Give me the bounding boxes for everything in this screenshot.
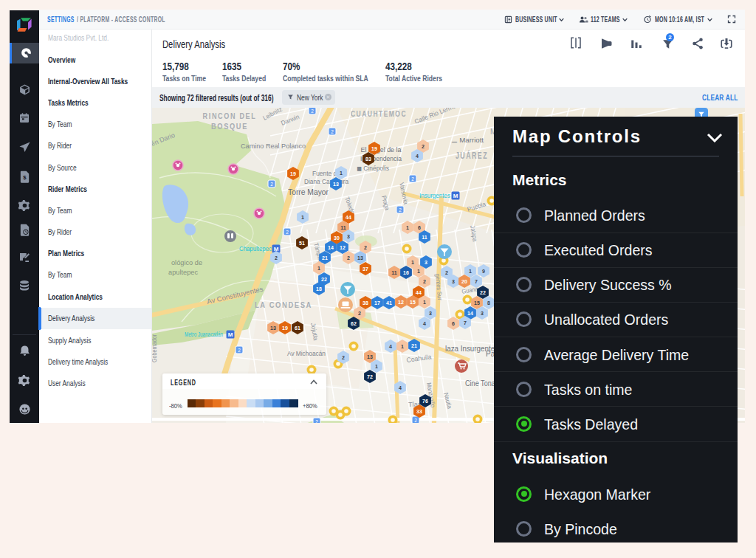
svg-text:1: 1 bbox=[417, 269, 420, 274]
svg-text:M: M bbox=[228, 331, 233, 338]
svg-text:76: 76 bbox=[422, 399, 428, 404]
svg-text:El Ángel de la: El Ángel de la bbox=[361, 146, 402, 154]
svg-text:2: 2 bbox=[315, 419, 318, 423]
svg-text:3: 3 bbox=[429, 311, 432, 316]
svg-text:4: 4 bbox=[416, 154, 419, 159]
svg-text:2: 2 bbox=[423, 279, 426, 284]
svg-text:44: 44 bbox=[346, 215, 351, 220]
svg-text:44: 44 bbox=[416, 290, 422, 295]
svg-text:2: 2 bbox=[445, 270, 448, 275]
svg-text:11: 11 bbox=[422, 235, 427, 240]
svg-text:RINCON DEL: RINCON DEL bbox=[203, 111, 257, 120]
svg-text:72: 72 bbox=[367, 374, 373, 379]
svg-text:14: 14 bbox=[328, 245, 334, 250]
svg-text:7: 7 bbox=[475, 279, 478, 284]
svg-text:CUAUHTEMOC: CUAUHTEMOC bbox=[351, 109, 407, 118]
svg-text:38: 38 bbox=[362, 300, 368, 306]
svg-text:2: 2 bbox=[275, 255, 278, 261]
svg-text:Metro Juanacatlán: Metro Juanacatlán bbox=[185, 331, 223, 338]
svg-text:2: 2 bbox=[331, 129, 334, 134]
svg-text:2: 2 bbox=[422, 144, 425, 149]
svg-text:1: 1 bbox=[401, 344, 404, 349]
svg-text:30: 30 bbox=[334, 235, 340, 241]
svg-text:15: 15 bbox=[410, 300, 416, 305]
svg-text:13: 13 bbox=[367, 354, 373, 359]
svg-text:4: 4 bbox=[399, 385, 402, 390]
svg-text:17: 17 bbox=[374, 300, 380, 306]
svg-text:Av Michoacán: Av Michoacán bbox=[287, 350, 326, 357]
svg-text:apultepec: apultepec bbox=[168, 268, 198, 276]
svg-text:Torre Mayor: Torre Mayor bbox=[288, 187, 329, 196]
svg-text:12: 12 bbox=[340, 245, 346, 250]
svg-text:Chapultepec: Chapultepec bbox=[239, 244, 272, 252]
svg-text:13: 13 bbox=[357, 255, 363, 261]
svg-text:4: 4 bbox=[423, 321, 426, 326]
svg-text:Diana Cazadora: Diana Cazadora bbox=[304, 178, 348, 185]
svg-text:3: 3 bbox=[452, 279, 455, 284]
svg-text:19: 19 bbox=[371, 146, 377, 151]
svg-text:22: 22 bbox=[480, 290, 486, 295]
svg-text:3: 3 bbox=[347, 234, 350, 239]
svg-text:Gobernador: Gobernador bbox=[152, 334, 158, 362]
svg-text:6: 6 bbox=[418, 225, 421, 230]
svg-text:3: 3 bbox=[481, 311, 484, 316]
svg-text:1: 1 bbox=[375, 364, 378, 369]
svg-text:M: M bbox=[453, 193, 458, 199]
svg-text:3: 3 bbox=[425, 260, 427, 265]
svg-text:37: 37 bbox=[362, 266, 368, 272]
svg-text:14: 14 bbox=[467, 311, 473, 316]
svg-text:◼ Cinépolis: ◼ Cinépolis bbox=[357, 165, 389, 172]
svg-text:1: 1 bbox=[469, 269, 472, 274]
svg-text:22: 22 bbox=[321, 277, 327, 282]
svg-text:2: 2 bbox=[311, 108, 314, 114]
svg-text:2: 2 bbox=[342, 355, 345, 360]
svg-text:1: 1 bbox=[340, 170, 343, 176]
svg-text:2: 2 bbox=[399, 207, 402, 213]
svg-text:2: 2 bbox=[238, 348, 241, 353]
svg-text:19: 19 bbox=[290, 171, 296, 176]
svg-text:33: 33 bbox=[416, 409, 422, 414]
svg-text:1: 1 bbox=[317, 266, 320, 271]
svg-text:7: 7 bbox=[464, 320, 467, 326]
svg-text:Camino Real Polanco: Camino Real Polanco bbox=[241, 142, 306, 150]
svg-text:8: 8 bbox=[487, 300, 490, 306]
svg-text:6: 6 bbox=[452, 321, 455, 326]
svg-text:4: 4 bbox=[389, 344, 392, 349]
svg-text:2: 2 bbox=[286, 230, 289, 235]
svg-text:61: 61 bbox=[295, 326, 300, 331]
svg-text:41: 41 bbox=[386, 300, 392, 306]
svg-text:2: 2 bbox=[411, 176, 414, 182]
svg-text:21: 21 bbox=[411, 343, 417, 348]
svg-text:2: 2 bbox=[358, 311, 361, 316]
svg-text:11: 11 bbox=[340, 225, 346, 230]
svg-text:1: 1 bbox=[301, 215, 304, 220]
svg-text:20: 20 bbox=[461, 279, 467, 284]
svg-text:2: 2 bbox=[347, 255, 350, 261]
svg-text:1: 1 bbox=[406, 225, 409, 230]
svg-text:13: 13 bbox=[270, 326, 276, 331]
svg-text:9: 9 bbox=[482, 269, 485, 274]
svg-text:18: 18 bbox=[316, 286, 322, 292]
svg-text:12: 12 bbox=[398, 300, 404, 305]
svg-text:2: 2 bbox=[270, 182, 273, 187]
svg-text:15: 15 bbox=[474, 300, 480, 306]
svg-text:2: 2 bbox=[364, 245, 367, 250]
svg-text:13: 13 bbox=[333, 182, 339, 187]
svg-text:2: 2 bbox=[414, 418, 417, 423]
svg-text:1: 1 bbox=[411, 260, 414, 265]
svg-text:Insurgentes: Insurgentes bbox=[419, 192, 450, 199]
svg-text:51: 51 bbox=[299, 241, 305, 246]
svg-text:16: 16 bbox=[403, 270, 409, 275]
svg-text:1: 1 bbox=[423, 300, 426, 305]
svg-text:11: 11 bbox=[391, 270, 397, 275]
svg-text:ológico de: ológico de bbox=[171, 258, 202, 266]
svg-text:JUÁREZ: JUÁREZ bbox=[456, 150, 488, 161]
svg-text:LA CONDESA: LA CONDESA bbox=[255, 300, 312, 309]
svg-text:19: 19 bbox=[282, 326, 288, 331]
svg-text:83: 83 bbox=[365, 156, 371, 162]
svg-text:62: 62 bbox=[351, 321, 357, 326]
svg-text:21: 21 bbox=[322, 255, 328, 261]
svg-text:⚊ Marriott: ⚊ Marriott bbox=[451, 136, 484, 144]
svg-text:BOSQUE: BOSQUE bbox=[211, 122, 248, 131]
svg-text:$: $ bbox=[23, 174, 27, 181]
